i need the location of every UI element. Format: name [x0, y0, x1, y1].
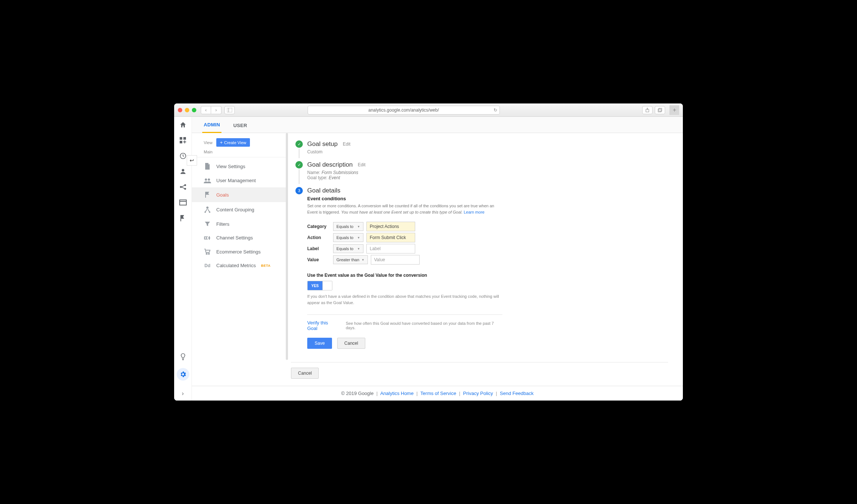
svg-rect-24 — [204, 237, 206, 239]
svg-rect-4 — [659, 108, 662, 111]
minimize-window-icon[interactable] — [185, 108, 189, 112]
tabs-button[interactable] — [655, 106, 665, 114]
verify-desc: See how often this Goal would have conve… — [346, 321, 502, 330]
content-grouping-icon — [204, 206, 211, 213]
sidebar-item-user-management[interactable]: User Management — [192, 174, 288, 187]
back-button[interactable]: ‹ — [201, 106, 211, 114]
footer-link-home[interactable]: Analytics Home — [380, 391, 413, 396]
save-button[interactable]: Save — [307, 338, 332, 349]
nav-buttons: ‹ › — [201, 106, 221, 114]
sidebar-item-content-grouping[interactable]: Content Grouping — [192, 202, 288, 217]
event-conditions-desc: Set one or more conditions. A conversion… — [307, 203, 502, 215]
step-meta: Custom — [307, 149, 502, 154]
admin-tabs: ADMIN USER — [192, 117, 683, 133]
home-icon[interactable] — [179, 120, 187, 129]
sidebar-item-channel-settings[interactable]: Channel Settings — [192, 231, 288, 245]
scrollbar[interactable] — [286, 133, 288, 360]
realtime-icon[interactable] — [179, 151, 187, 160]
svg-rect-13 — [180, 200, 186, 205]
value-input[interactable] — [371, 255, 420, 265]
footer-link-tos[interactable]: Terms of Service — [420, 391, 456, 396]
caret-down-icon: ▼ — [357, 236, 360, 239]
action-input[interactable] — [366, 233, 415, 242]
tab-admin[interactable]: ADMIN — [202, 122, 221, 133]
sidebar-item-filters[interactable]: Filters — [192, 217, 288, 231]
svg-point-26 — [206, 253, 207, 255]
sidebar-item-goals[interactable]: Goals — [192, 187, 288, 202]
admin-icon[interactable] — [177, 368, 189, 381]
svg-rect-15 — [180, 215, 181, 221]
svg-rect-0 — [227, 108, 232, 112]
caret-down-icon: ▼ — [357, 225, 360, 228]
svg-rect-3 — [658, 109, 661, 112]
operator-select[interactable]: Greater than▼ — [333, 255, 368, 264]
sidebar-item-label: Ecommerce Settings — [216, 249, 261, 255]
step-meta: Name: Form Submissions Goal type: Event — [307, 170, 502, 180]
condition-label: Category — [307, 224, 330, 229]
channel-icon — [204, 235, 211, 241]
operator-select[interactable]: Equals to▼ — [333, 222, 363, 231]
forward-button[interactable]: › — [211, 106, 221, 114]
flag-icon — [204, 191, 211, 198]
verify-goal-link[interactable]: Verify this Goal — [307, 320, 339, 331]
collapse-rail-button[interactable]: › — [182, 387, 184, 401]
cancel-button[interactable]: Cancel — [337, 338, 365, 349]
users-icon — [204, 178, 211, 183]
main-column: ADMIN USER ↩ View + Create View Main — [192, 117, 683, 401]
copyright: © 2019 Google — [341, 391, 374, 396]
zoom-window-icon[interactable] — [192, 108, 196, 112]
label-input[interactable] — [366, 244, 415, 253]
url-text: analytics.google.com/analytics/web/ — [368, 108, 439, 113]
learn-more-link[interactable]: Learn more — [464, 210, 484, 214]
outer-cancel-row: Cancel — [291, 362, 668, 379]
outer-cancel-button[interactable]: Cancel — [291, 368, 319, 379]
acquisition-icon[interactable] — [179, 183, 187, 191]
beta-badge: BETA — [261, 264, 271, 268]
event-conditions-heading: Event conditions — [307, 196, 502, 201]
toolbar-right — [642, 106, 665, 114]
goal-value-note: If you don't have a value defined in the… — [307, 293, 502, 306]
svg-rect-6 — [183, 137, 186, 140]
step-title: Goal details — [307, 187, 341, 194]
step-title: Goal setup — [307, 140, 338, 148]
edit-link[interactable]: Edit — [358, 162, 366, 167]
goal-steps: Goal setup Edit Custom — [288, 133, 517, 359]
step-goal-setup: Goal setup Edit Custom — [295, 140, 502, 158]
back-arrow-button[interactable]: ↩ — [187, 155, 197, 166]
tab-user[interactable]: USER — [232, 123, 248, 133]
step-title: Goal description — [307, 161, 353, 168]
close-window-icon[interactable] — [178, 108, 182, 112]
audience-icon[interactable] — [179, 167, 187, 176]
operator-select[interactable]: Equals to▼ — [333, 244, 363, 253]
svg-rect-20 — [205, 192, 206, 198]
customization-icon[interactable] — [179, 136, 187, 145]
share-button[interactable] — [642, 106, 653, 114]
create-view-button[interactable]: + Create View — [216, 138, 250, 147]
sidebar-item-label: Filters — [216, 221, 229, 227]
discover-icon[interactable] — [179, 353, 187, 361]
category-input[interactable] — [366, 222, 415, 231]
footer-link-feedback[interactable]: Send Feedback — [500, 391, 533, 396]
svg-point-27 — [209, 253, 210, 255]
refresh-icon[interactable]: ↻ — [494, 108, 497, 113]
sidebar-item-ecommerce-settings[interactable]: Ecommerce Settings — [192, 245, 288, 259]
goal-value-toggle[interactable]: YES — [307, 281, 332, 290]
condition-label: Action — [307, 235, 330, 240]
behavior-icon[interactable] — [179, 198, 187, 207]
sidebar-item-label: Channel Settings — [216, 235, 253, 241]
sidebar-item-view-settings[interactable]: View Settings — [192, 159, 288, 174]
admin-sidebar: ↩ View + Create View Main View Settings — [192, 133, 288, 386]
condition-label: Value — [307, 257, 330, 262]
svg-point-11 — [184, 184, 186, 185]
svg-point-25 — [209, 237, 210, 238]
conversions-icon[interactable] — [179, 214, 187, 222]
create-view-label: Create View — [224, 140, 246, 145]
footer-link-privacy[interactable]: Privacy Policy — [463, 391, 493, 396]
sidebar-toggle-button[interactable] — [224, 106, 235, 114]
new-tab-button[interactable]: + — [670, 105, 679, 115]
address-bar[interactable]: analytics.google.com/analytics/web/ ↻ — [308, 106, 500, 115]
svg-point-19 — [208, 178, 210, 181]
sidebar-item-calculated-metrics[interactable]: Dd Calculated Metrics BETA — [192, 259, 288, 272]
operator-select[interactable]: Equals to▼ — [333, 233, 363, 242]
edit-link[interactable]: Edit — [343, 142, 350, 147]
